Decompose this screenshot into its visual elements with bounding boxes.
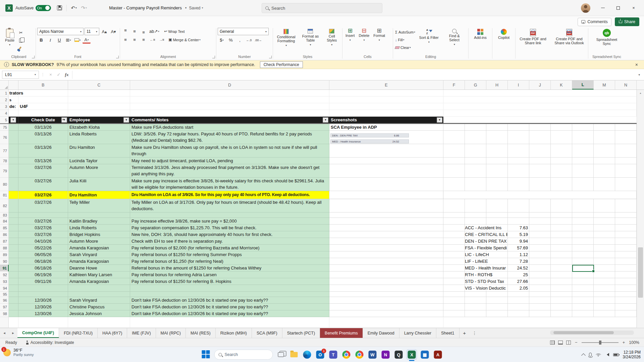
sheet-tab[interactable]: Emily Dawood — [363, 328, 399, 338]
premium-label-cell[interactable]: LIF - LifeEE — [465, 258, 508, 265]
premium-value-cell[interactable]: 2.05 — [508, 285, 529, 292]
cell[interactable] — [9, 278, 18, 285]
cell-employee[interactable]: Elizabeth Kloha — [68, 124, 130, 131]
cell-screenshots[interactable] — [329, 310, 443, 317]
cell-employee[interactable]: Sarah Vinyard — [68, 297, 130, 304]
check-performance-button[interactable]: Check Performance — [260, 61, 303, 68]
cell-employee[interactable]: Lucinda Taylor — [68, 158, 130, 164]
cell-employee[interactable]: Deanne Howe — [68, 265, 130, 272]
cell-screenshots[interactable] — [329, 164, 443, 178]
row-header[interactable]: 80 — [0, 178, 9, 191]
close-button[interactable]: × — [626, 0, 641, 16]
cell-comments[interactable]: Don't take FSA deduction on 12/30/26 bc … — [130, 297, 329, 304]
cell-employee[interactable]: Amanda Karagosian — [68, 258, 130, 265]
cell-comments[interactable]: Dru Hamilton on LOA as of 3/9/26. So for… — [130, 191, 329, 199]
cell-check-date[interactable]: 03/27/26 — [18, 218, 68, 225]
cell[interactable] — [9, 245, 18, 251]
premium-value-cell[interactable]: 25 — [508, 272, 529, 278]
premium-label-cell[interactable]: RTH - ROTH$ — [465, 272, 508, 278]
sheet-tab[interactable]: Larry Chessler — [399, 328, 436, 338]
premium-label-cell[interactable]: VIS - Vision Deductic — [465, 285, 508, 292]
acrobat-button[interactable]: A — [433, 350, 443, 360]
cell-check-date[interactable]: 03/27/26 — [18, 199, 68, 213]
cell[interactable] — [130, 97, 329, 103]
cell-screenshots[interactable] — [329, 178, 443, 191]
cell[interactable] — [18, 97, 68, 103]
cells-right[interactable] — [443, 213, 637, 218]
formula-input[interactable] — [72, 71, 634, 79]
taskbar-search[interactable]: Search — [214, 350, 273, 360]
cell-check-date[interactable]: 03/13/26 — [18, 131, 68, 144]
row-header[interactable] — [0, 317, 9, 328]
cell[interactable] — [9, 225, 18, 231]
cell-screenshots[interactable] — [329, 265, 443, 272]
notification-close-icon[interactable]: × — [633, 62, 640, 67]
cell-comments[interactable]: Make sure pay increase is effective 3/8/… — [130, 178, 329, 191]
sheet-tab[interactable]: Rizikon (M9H) — [216, 328, 252, 338]
cell-comments[interactable]: Pay separation compensation $1,225.70. T… — [130, 225, 329, 231]
cell[interactable] — [9, 158, 18, 164]
outlook-button[interactable]: 1O — [315, 350, 325, 360]
tray-expand-icon[interactable] — [581, 353, 586, 358]
alignment-dialog-launcher[interactable] — [212, 56, 215, 58]
font-dialog-launcher[interactable] — [116, 56, 119, 58]
selected-cell[interactable] — [572, 265, 594, 272]
cell[interactable] — [329, 317, 443, 328]
cell-employee[interactable]: Kaitlin Bradley — [68, 218, 130, 225]
planner-button[interactable]: ▦ — [420, 350, 430, 360]
fill-button[interactable]: ↓ Fill▾ — [394, 36, 416, 43]
sort-filter-button[interactable]: Sort & Filter ▾ — [417, 28, 441, 45]
page-break-view-button[interactable] — [566, 341, 571, 345]
cell-check-date[interactable]: 03/13/26 — [18, 158, 68, 164]
row-header[interactable]: 78 — [0, 158, 9, 164]
column-header[interactable]: K — [551, 80, 572, 89]
save-button[interactable] — [55, 3, 64, 13]
cell-screenshots[interactable] — [329, 251, 443, 258]
accounting-format-button[interactable]: $▾ — [218, 37, 226, 44]
task-view-button[interactable] — [276, 350, 286, 360]
paste-button[interactable]: Paste ▾ — [3, 28, 16, 48]
cell-employee[interactable]: Sarah Vinyard — [68, 251, 130, 258]
premium-label-cell[interactable]: MED - Health Insurar — [465, 265, 508, 272]
cell-check-date[interactable]: 12/30/26 — [18, 310, 68, 317]
cell-employee[interactable]: Jessica Johnson — [68, 310, 130, 317]
cell-comments[interactable]: Telly Miller on LOA as of 3/17/26. Only … — [130, 199, 329, 213]
minimize-button[interactable] — [595, 0, 610, 16]
column-header[interactable]: L — [572, 80, 594, 89]
cell[interactable] — [9, 213, 18, 218]
weather-widget[interactable]: 1 36°F Partly sunny — [3, 348, 34, 357]
cell-employee[interactable] — [68, 292, 130, 297]
increase-font-button[interactable]: A▴ — [100, 28, 108, 35]
screenshot-image[interactable]: DEN - DEN PRE TAX 6.86 — [330, 133, 409, 137]
percent-button[interactable]: % — [227, 37, 235, 44]
vertical-scrollbar[interactable]: ▴ — [637, 90, 644, 328]
cell-comments[interactable]: Pay referral bonus of $1,250 (for referr… — [130, 258, 329, 265]
number-format-select[interactable]: General▾ — [218, 28, 269, 35]
cell[interactable] — [68, 317, 130, 328]
premium-value-cell[interactable]: 24.52 — [508, 265, 529, 272]
italic-button[interactable]: I — [46, 37, 54, 44]
sheet-tab[interactable]: IME (FJV) — [127, 328, 156, 338]
fill-color-button[interactable]: ▾ — [73, 37, 82, 44]
titlebar-search[interactable]: Search — [262, 3, 382, 13]
row-header[interactable]: 79 — [0, 164, 9, 178]
increase-indent-button[interactable]: →≡ — [158, 36, 166, 43]
select-all-corner[interactable] — [0, 80, 9, 89]
share-button[interactable]: Share — [615, 17, 639, 26]
cell[interactable] — [9, 285, 18, 292]
cell-comments[interactable]: New hire, DOH: 3/16, should have approxi… — [130, 231, 329, 238]
edge-button[interactable] — [302, 350, 312, 360]
user-avatar[interactable] — [581, 3, 590, 13]
decrease-indent-button[interactable]: ←≡ — [149, 36, 157, 43]
cell-screenshots[interactable] — [329, 292, 443, 297]
new-sheet-button[interactable]: + — [460, 328, 470, 338]
row-header[interactable]: 77 — [0, 144, 9, 158]
cell[interactable] — [9, 191, 18, 199]
cell[interactable] — [130, 317, 329, 328]
cell-employee[interactable]: Amanda Karagosian — [68, 245, 130, 251]
cell-check-date[interactable]: 03/27/26 — [18, 191, 68, 199]
saved-status[interactable]: • Saved▾ — [185, 6, 203, 10]
cell[interactable] — [9, 218, 18, 225]
sheet-tab[interactable]: MAI (RES) — [186, 328, 216, 338]
premium-value-cell[interactable]: 5.19 — [508, 231, 529, 238]
